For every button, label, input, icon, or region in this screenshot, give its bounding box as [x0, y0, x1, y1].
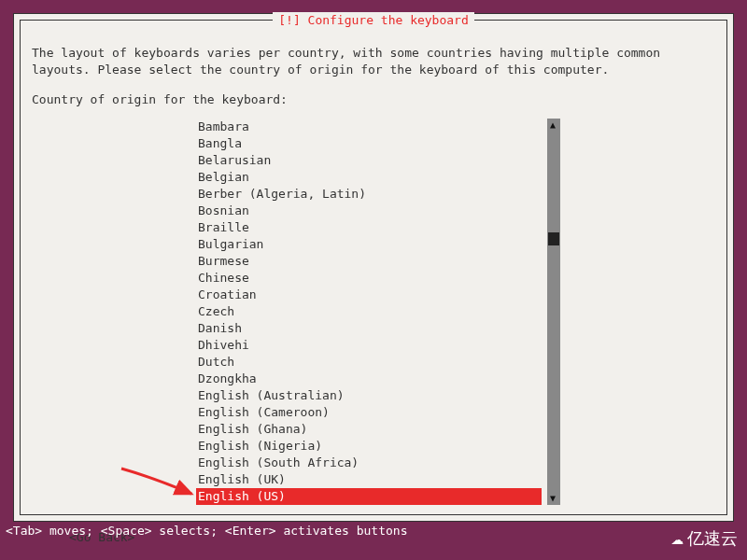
hint-bar: <Tab> moves; <Space> selects; <Enter> ac…: [0, 521, 747, 541]
scrollbar[interactable]: ▲ ▼: [547, 119, 560, 505]
scroll-down-icon[interactable]: ▼: [550, 492, 556, 505]
list-item[interactable]: English (Ghana): [196, 421, 542, 438]
list-item[interactable]: Bangla: [196, 135, 542, 152]
list-item[interactable]: Danish: [196, 320, 542, 337]
list-item[interactable]: Braille: [196, 219, 542, 236]
dialog-window: [!] Configure the keyboard The layout of…: [13, 13, 734, 522]
list-item[interactable]: Belgian: [196, 169, 542, 186]
list-item[interactable]: English (UK): [196, 471, 542, 488]
list-item[interactable]: Dhivehi: [196, 337, 542, 354]
list-item[interactable]: English (Cameroon): [196, 404, 542, 421]
list-item[interactable]: Berber (Algeria, Latin): [196, 186, 542, 203]
list-item[interactable]: Dutch: [196, 354, 542, 371]
title-bar: [!] Configure the keyboard: [21, 20, 726, 36]
cloud-icon: ☁: [671, 524, 684, 553]
keyboard-layout-list[interactable]: ▲ ▼ BambaraBanglaBelarusianBelgianBerber…: [196, 119, 542, 505]
list-item[interactable]: Burmese: [196, 253, 542, 270]
list-item[interactable]: Bambara: [196, 119, 542, 135]
list-item[interactable]: Bulgarian: [196, 236, 542, 253]
instructions-text: The layout of keyboards varies per count…: [32, 45, 715, 78]
dialog-border: [!] Configure the keyboard The layout of…: [20, 20, 727, 515]
list-item[interactable]: English (Australian): [196, 387, 542, 404]
list-item[interactable]: Dzongkha: [196, 371, 542, 387]
list-item[interactable]: Czech: [196, 303, 542, 320]
list-item[interactable]: English (US): [196, 488, 542, 505]
watermark-text: 亿速云: [687, 526, 738, 550]
dialog-title: [!] Configure the keyboard: [273, 12, 474, 29]
dialog-content: The layout of keyboards varies per count…: [21, 21, 726, 555]
scroll-thumb[interactable]: [548, 232, 559, 245]
list-item[interactable]: English (Nigeria): [196, 438, 542, 455]
scroll-up-icon[interactable]: ▲: [550, 119, 556, 132]
watermark: ☁ 亿速云: [671, 524, 738, 553]
list-item[interactable]: Bosnian: [196, 203, 542, 219]
list-item[interactable]: Chinese: [196, 270, 542, 287]
list-item[interactable]: Croatian: [196, 287, 542, 303]
list-item[interactable]: English (South Africa): [196, 455, 542, 471]
prompt-label: Country of origin for the keyboard:: [32, 91, 715, 108]
list-item[interactable]: Belarusian: [196, 152, 542, 169]
